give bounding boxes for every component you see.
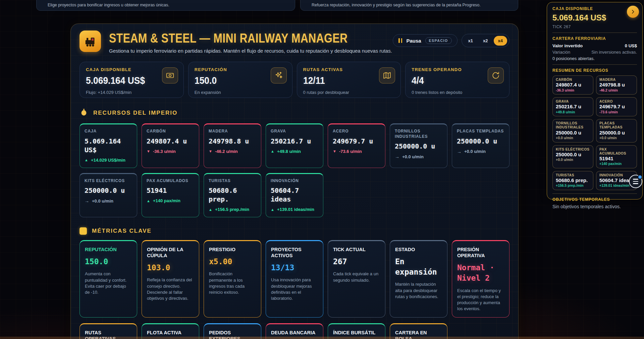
summary-card-pax: PAX ACUMULADOS 51941 +140 pax/min [596, 145, 637, 168]
trend-flat-icon [85, 198, 89, 204]
resource-label: TORNILLOS INDUSTRIALES [395, 129, 442, 139]
resource-card-pax: PAX ACUMULADOS 51941 +140 pax/min [142, 173, 199, 218]
resource-value: 50680.6 prep. [209, 186, 256, 204]
divider [552, 33, 637, 33]
game-panel: STEAM & STEEL — MINI RAILWAY MANAGER Ges… [70, 23, 519, 339]
resource-trend: +0.0 u/min [395, 154, 442, 159]
bottom-panel-edge [0, 337, 644, 339]
resource-card-kits: KITS ELÉCTRICOS 250000.0 u +0.0 u/min [79, 173, 137, 218]
speed-x1-button[interactable]: x1 [464, 36, 477, 46]
resource-card-turistas: TURISTAS 50680.6 prep. +156.5 prep./min [204, 173, 261, 218]
resource-trend: -36.3 u/min [147, 149, 194, 154]
pause-button[interactable]: Pausa ESPACIO [393, 34, 457, 47]
resource-trend: +0.0 u/min [457, 149, 504, 154]
metric-title: FLOTA ACTIVA [147, 330, 194, 336]
summary-card-placas: PLACAS TEMPLADAS 250000.0 u +0.0 u/min [596, 119, 637, 142]
metric-description: Refleja la confianza del consejo directi… [147, 277, 194, 301]
stat-card-trains: TRENES OPERANDO 4/4 0 trenes listos en d… [405, 62, 509, 98]
resource-value: 250216.7 u [271, 137, 318, 146]
objectives-title: OBJETIVOS TEMPORALES [552, 197, 637, 202]
metric-title: DEUDA BANCARIA [271, 330, 318, 336]
resource-trend: -46.2 u/min [209, 149, 256, 154]
metric-card-reputacion: REPUTACIÓN 150.0 Aumenta con puntualidad… [79, 240, 137, 318]
objectives-empty-text: Sin objetivos temporales activos. [552, 204, 637, 209]
pause-shortcut-badge: ESPACIO [425, 37, 452, 44]
metric-title: ESTADO [395, 246, 442, 252]
metric-title: ÍNDICE BURSÁTIL [333, 330, 380, 336]
sidebar-collapse-button[interactable] [627, 6, 639, 18]
stat-subtext: En expansión [195, 90, 286, 95]
panel-header: STEAM & STEEL — MINI RAILWAY MANAGER Ges… [79, 31, 509, 54]
sidebar-tick: TICK 267 [552, 24, 637, 29]
resource-value: 249679.7 u [333, 137, 380, 146]
metric-title: TICK ACTUAL [333, 246, 380, 252]
metric-value: 103.0 [147, 263, 194, 273]
resource-trend: +49.8 u/min [271, 149, 318, 154]
trend-up-icon [209, 208, 212, 212]
trend-up-icon [271, 149, 274, 153]
notice-card-progress: Refuerza reputación, innovación y presti… [300, 0, 518, 11]
resources-section-header: RECURSOS DEL IMPERIO [79, 108, 509, 118]
metric-card-proyectos: PROYECTOS ACTIVOS 13/13 Usa innovación p… [266, 240, 323, 318]
metric-description: Bonificación permanente a los ingresos t… [209, 271, 256, 295]
sidebar-cash-value: 5.069.164 US$ [552, 13, 637, 22]
metric-description: Aumenta con puntualidad y confort. Evita… [85, 271, 132, 295]
divider [552, 64, 637, 65]
summary-card-acero: ACERO 249679.7 u -73.6 u/min [596, 97, 637, 116]
resource-label: CAJA [85, 129, 132, 134]
resource-card-carbon: CARBÓN 249807.4 u -36.3 u/min [142, 123, 199, 168]
metric-description: Usa innovación para desbloquear mejoras … [271, 277, 318, 301]
resource-label: PLACAS TEMPLADAS [457, 129, 504, 134]
resource-label: MADERA [209, 129, 256, 134]
notification-dot [638, 175, 642, 179]
metric-title: PROYECTOS ACTIVOS [271, 246, 318, 259]
sidebar-cash-label: CAJA DISPONIBLE [552, 6, 637, 11]
metric-value: 150.0 [85, 257, 132, 267]
speed-x4-button[interactable]: x4 [494, 36, 507, 46]
portfolio-note: 0 posiciones abiertas. [552, 56, 637, 61]
resource-card-acero: ACERO 249679.7 u -73.6 u/min [328, 123, 385, 168]
metric-description: Escala con el tiempo y el prestigio; red… [457, 288, 504, 312]
resource-label: GRAVA [271, 129, 318, 134]
metric-card-estado: ESTADO En expansión Mantén la reputación… [390, 240, 447, 318]
stat-subtext: 0 trenes listos en depósito [412, 90, 503, 95]
objectives-menu-button[interactable] [629, 175, 642, 188]
speed-x2-button[interactable]: x2 [479, 36, 492, 46]
trend-down-icon [147, 149, 150, 153]
summary-sidebar: CAJA DISPONIBLE 5.069.164 US$ TICK 267 C… [547, 2, 643, 200]
metric-value: 13/13 [271, 263, 318, 273]
portfolio-value: 0 US$ [625, 43, 637, 48]
hamburger-icon [633, 179, 638, 179]
resource-value: 250000.0 u [395, 142, 442, 151]
speed-selector: x1 x2 x4 [462, 34, 509, 47]
resource-card-innovacion: INNOVACIÓN 50604.7 ideas +139.01 ideas/m… [266, 173, 323, 218]
banknote-icon [162, 67, 178, 83]
trend-down-icon [333, 149, 336, 153]
resource-trend: +140 pax/min [147, 198, 194, 203]
summary-card-tornillos: TORNILLOS INDUSTRIALES 250000.0 u +0.0 u… [552, 119, 593, 142]
resource-trend: -73.6 u/min [333, 149, 380, 154]
metric-card-opinion: OPINIÓN DE LA CÚPULA 103.0 Refleja la co… [142, 240, 199, 318]
resource-label: KITS ELÉCTRICOS [85, 178, 132, 184]
resource-trend: +0.0 u/min [85, 198, 132, 204]
stat-card-cash: CAJA DISPONIBLE 5.069.164 US$ Flujo: +14… [79, 62, 184, 98]
metric-value: Normal · Nivel 2 [457, 263, 504, 283]
metric-title: REPUTACIÓN [85, 246, 132, 252]
metric-description: Mantén la reputación alta para desbloque… [395, 281, 442, 300]
notice-card-projects: Elige proyectos para bonificar ingresos … [36, 0, 295, 11]
metric-card-prestigio: PRESTIGIO x5.00 Bonificación permanente … [204, 240, 261, 318]
metric-title: PRESTIGIO [209, 246, 256, 252]
metrics-grid-row1: REPUTACIÓN 150.0 Aumenta con puntualidad… [79, 240, 509, 318]
portfolio-value: Sin inversiones activas. [591, 50, 637, 55]
resource-value: 250000.0 u [85, 186, 132, 195]
resource-card-grava: GRAVA 250216.7 u +49.8 u/min [266, 123, 323, 168]
resource-card-placas: PLACAS TEMPLADAS 250000.0 u +0.0 u/min [452, 123, 509, 168]
resource-card-tornillos: TORNILLOS INDUSTRIALES 250000.0 u +0.0 u… [390, 123, 447, 168]
resource-label: CARBÓN [147, 129, 194, 134]
resource-trend: +139.01 ideas/min [271, 207, 318, 212]
resource-value: 51941 [147, 186, 194, 195]
summary-card-kits: KITS ELÉCTRICOS 250000.0 u +0.0 u/min [552, 145, 593, 168]
portfolio-title: CARTERA FERROVIARIA [552, 36, 637, 41]
resources-section-title: RECURSOS DEL IMPERIO [93, 110, 177, 116]
stat-card-routes: RUTAS ACTIVAS 12/11 0 rutas por desbloqu… [297, 62, 401, 98]
